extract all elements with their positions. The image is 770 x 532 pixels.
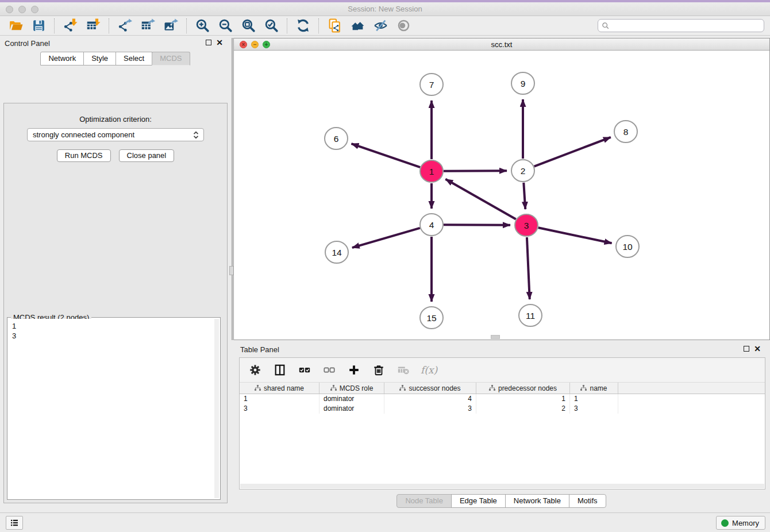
save-session-icon[interactable] <box>31 18 46 33</box>
table-row[interactable]: 3dominator323 <box>240 404 765 414</box>
zoom-selected-icon[interactable] <box>264 18 279 33</box>
tab-mcds[interactable]: MCDS <box>152 52 190 65</box>
column-header-name[interactable]: name <box>570 383 618 394</box>
node-14[interactable]: 14 <box>325 241 348 263</box>
edge-3-1[interactable] <box>445 179 515 219</box>
control-panel: Control Panel ✕ NetworkStyleSelectMCDS O… <box>0 36 231 506</box>
tab-edge-table[interactable]: Edge Table <box>451 494 506 508</box>
hide-eye-icon[interactable] <box>373 18 388 33</box>
delete-table-icon[interactable] <box>396 363 411 377</box>
table-cell[interactable]: 4 <box>384 394 476 404</box>
column-label: predecessor nodes <box>498 384 557 392</box>
node-8[interactable]: 8 <box>614 121 637 142</box>
close-panel-button[interactable]: Close panel <box>119 149 175 162</box>
table-cell[interactable]: dominator <box>319 404 384 414</box>
tab-motifs[interactable]: Motifs <box>569 494 606 508</box>
memory-button[interactable]: Memory <box>716 516 765 530</box>
columns-icon[interactable] <box>272 363 287 377</box>
tab-network[interactable]: Network <box>40 52 84 65</box>
node-4[interactable]: 4 <box>420 214 443 236</box>
svg-text:11: 11 <box>526 311 535 321</box>
table-cell[interactable]: 3 <box>570 404 618 414</box>
node-3[interactable]: 3 <box>515 214 538 236</box>
network-title: scc.txt <box>234 40 769 49</box>
criterion-select[interactable]: strongly connected component <box>27 128 204 141</box>
node-15[interactable]: 15 <box>420 307 443 329</box>
settings-gear-icon[interactable] <box>248 363 263 377</box>
table-panel-title: Table Panel <box>240 345 279 354</box>
network-resize-grip[interactable] <box>491 335 500 339</box>
node-6[interactable]: 6 <box>325 128 348 149</box>
edge-2-8[interactable] <box>534 137 611 167</box>
zoom-out-icon[interactable] <box>218 18 233 33</box>
tab-select[interactable]: Select <box>116 52 152 65</box>
select-all-icon[interactable] <box>297 363 312 377</box>
task-history-button[interactable] <box>6 516 23 530</box>
column-header-MCDS-role[interactable]: MCDS role <box>319 383 384 394</box>
table-cell[interactable]: 3 <box>384 404 476 414</box>
edge-3-10[interactable] <box>538 228 612 243</box>
zoom-in-icon[interactable] <box>195 18 210 33</box>
fit-content-icon[interactable] <box>241 18 256 33</box>
edge-4-14[interactable] <box>352 228 420 248</box>
tab-node-table[interactable]: Node Table <box>396 494 452 508</box>
node-10[interactable]: 10 <box>616 236 639 257</box>
search-box[interactable] <box>598 19 764 32</box>
search-input[interactable] <box>613 22 760 30</box>
tab-network-table[interactable]: Network Table <box>505 494 569 508</box>
result-scrollbar[interactable] <box>214 319 219 498</box>
export-table-icon[interactable] <box>140 18 155 33</box>
table-cell[interactable]: 1 <box>570 394 618 404</box>
import-network-icon[interactable] <box>63 18 78 33</box>
table-scroll-strip[interactable] <box>240 484 764 488</box>
table-cell[interactable]: 1 <box>240 394 319 404</box>
node-11[interactable]: 11 <box>519 304 542 326</box>
import-table-icon[interactable] <box>86 18 101 33</box>
column-header-successor-nodes[interactable]: successor nodes <box>384 383 476 394</box>
home-icon[interactable] <box>350 18 365 33</box>
open-file-icon[interactable] <box>8 18 23 33</box>
svg-text:15: 15 <box>426 313 436 323</box>
table-cell[interactable]: 1 <box>476 394 570 404</box>
close-panel-icon[interactable]: ✕ <box>216 40 223 45</box>
main-toolbar <box>0 16 770 36</box>
export-network-icon[interactable] <box>117 18 132 33</box>
edge-4-3[interactable] <box>444 225 510 225</box>
mcds-result-text[interactable]: 13 <box>9 319 214 498</box>
duplicate-network-icon[interactable] <box>327 18 342 33</box>
export-image-icon[interactable] <box>163 18 178 33</box>
column-header-predecessor-nodes[interactable]: predecessor nodes <box>476 383 570 394</box>
svg-text:6: 6 <box>334 134 339 144</box>
table-cell[interactable]: 2 <box>476 404 570 414</box>
deselect-all-icon[interactable] <box>322 363 337 377</box>
edge-1-2[interactable] <box>444 171 507 171</box>
node-7[interactable]: 7 <box>420 74 443 95</box>
control-panel-header: Control Panel ✕ <box>0 36 231 51</box>
criterion-value: strongly connected component <box>33 130 134 139</box>
add-row-icon[interactable] <box>346 363 361 377</box>
delete-row-icon[interactable] <box>371 363 386 377</box>
refresh-layout-icon[interactable] <box>295 18 310 33</box>
function-builder-icon[interactable]: f(x) <box>421 364 437 376</box>
split-divider[interactable] <box>232 38 233 340</box>
optimization-label: Optimization criterion: <box>4 115 227 124</box>
float-table-panel-icon[interactable] <box>744 346 749 352</box>
node-2[interactable]: 2 <box>511 160 534 182</box>
edge-2-3[interactable] <box>523 183 525 209</box>
network-canvas[interactable]: 7968124314101511 <box>234 51 769 340</box>
view-eye-icon[interactable] <box>396 18 411 33</box>
table-row[interactable]: 1dominator411 <box>240 394 765 404</box>
float-panel-icon[interactable] <box>206 40 211 45</box>
network-window-titlebar[interactable]: × – + scc.txt <box>234 38 769 51</box>
edge-1-6[interactable] <box>351 144 420 167</box>
tab-style[interactable]: Style <box>83 52 116 65</box>
column-label: name <box>590 384 607 392</box>
edge-3-11[interactable] <box>527 237 530 299</box>
table-cell[interactable]: dominator <box>319 394 384 404</box>
close-table-panel-icon[interactable]: ✕ <box>754 346 761 352</box>
node-9[interactable]: 9 <box>511 72 534 94</box>
table-cell[interactable]: 3 <box>240 404 319 414</box>
run-mcds-button[interactable]: Run MCDS <box>57 149 111 162</box>
node-1[interactable]: 1 <box>420 160 443 182</box>
column-header-shared-name[interactable]: shared name <box>240 383 319 394</box>
